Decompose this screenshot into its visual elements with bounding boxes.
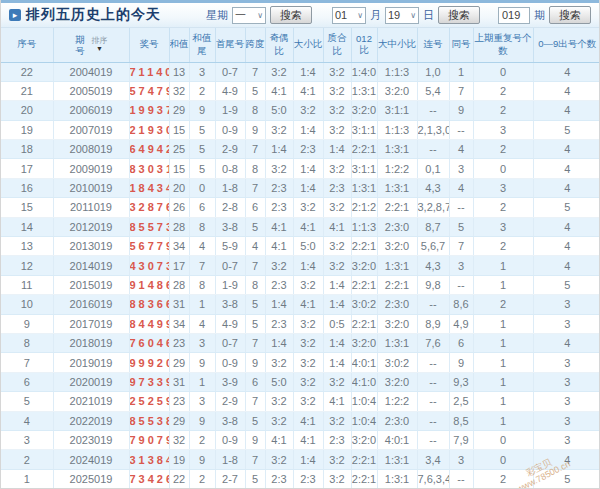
chevron-down-icon: ∨ (410, 11, 416, 20)
cell-serial-number: 2 (1, 450, 53, 469)
col-sum-tail: 和值尾 (189, 28, 215, 62)
cell-big-mid-small-ratio: 3:1:1 (377, 101, 417, 120)
cell-sum-tail: 1 (189, 295, 215, 314)
cell-big-small-ratio: 4:1 (293, 411, 323, 430)
cell-012-ratio: 2:2:1 (351, 140, 377, 159)
cell-sum-tail: 4 (189, 237, 215, 256)
cell-sum-tail: 3 (189, 62, 215, 81)
cell-span: 9 (245, 353, 265, 372)
cell-winning-number: 97339 (129, 372, 169, 391)
cell-sum-tail: 5 (189, 159, 215, 178)
cell-same-numbers: 3 (449, 256, 473, 275)
cell-period-number: 2020019 (53, 372, 129, 391)
cell-serial-number: 18 (1, 140, 53, 159)
sort-down-icon: ▼ (92, 45, 108, 53)
cell-sum: 20 (169, 178, 189, 197)
cell-winning-number: 83031 (129, 159, 169, 178)
sort-control[interactable]: 排序 ▼ (92, 37, 108, 53)
week-select[interactable]: 一 ∨ (232, 7, 266, 24)
table-row: 82018019760462330-771:43:21:43:2:01:3:17… (1, 333, 600, 352)
cell-min-max: 2-9 (215, 392, 245, 411)
table-row: 12025019734262222-752:32:33:22:2:11:3:17… (1, 469, 600, 488)
cell-serial-number: 22 (1, 62, 53, 81)
cell-min-max: 1-9 (215, 101, 245, 120)
cell-consecutive-numbers: -- (417, 392, 449, 411)
col-digit-count: 0—9出号个数 (533, 28, 600, 62)
week-search-button[interactable]: 搜索 (270, 6, 312, 24)
cell-prime-composite-ratio: 3:2 (323, 237, 351, 256)
cell-min-max: 3-8 (215, 217, 245, 236)
cell-sum-tail: 3 (189, 333, 215, 352)
cell-span: 7 (245, 450, 265, 469)
cell-odd-even-ratio: 3:2 (265, 450, 293, 469)
cell-span: 7 (245, 62, 265, 81)
cell-period-number: 2012019 (53, 217, 129, 236)
cell-prime-composite-ratio: 3:2 (323, 81, 351, 100)
cell-prime-composite-ratio: 3:2 (323, 450, 351, 469)
month-label: 月 (370, 8, 381, 23)
cell-same-numbers: 8,6 (449, 295, 473, 314)
cell-min-max: 3-8 (215, 295, 245, 314)
cell-digit-count: 4 (533, 450, 600, 469)
cell-min-max: 2-7 (215, 469, 245, 488)
cell-repeat-count: 1 (473, 411, 533, 430)
cell-odd-even-ratio: 3:2 (265, 62, 293, 81)
cell-repeat-count: 1 (473, 314, 533, 333)
cell-serial-number: 5 (1, 392, 53, 411)
cell-digit-count: 3 (533, 372, 600, 391)
cell-span: 7 (245, 392, 265, 411)
issue-search-button[interactable]: 搜索 (549, 6, 591, 24)
cell-big-mid-small-ratio: 1:2:2 (377, 159, 417, 178)
cell-012-ratio: 4:0:1 (351, 353, 377, 372)
cell-sum-tail: 9 (189, 353, 215, 372)
cell-012-ratio: 1:0:4 (351, 392, 377, 411)
cell-consecutive-numbers: -- (417, 372, 449, 391)
cell-min-max: 0-7 (215, 62, 245, 81)
cell-span: 8 (245, 101, 265, 120)
cell-serial-number: 9 (1, 314, 53, 333)
cell-repeat-count: 1 (473, 256, 533, 275)
cell-serial-number: 19 (1, 120, 53, 139)
cell-span: 8 (245, 275, 265, 294)
cell-serial-number: 20 (1, 101, 53, 120)
cell-sum-tail: 8 (189, 217, 215, 236)
table-row: 132013019567793445-944:15:03:22:2:13:2:0… (1, 237, 600, 256)
table-row: 202006019199372991-985:03:23:23:2:03:1:1… (1, 101, 600, 120)
cell-winning-number: 32876 (129, 198, 169, 217)
cell-same-numbers: 2,5 (449, 392, 473, 411)
cell-big-small-ratio: 3:2 (293, 314, 323, 333)
cell-big-mid-small-ratio: 1:3:1 (377, 450, 417, 469)
cell-period-number: 2010019 (53, 178, 129, 197)
cell-big-small-ratio: 1:4 (293, 159, 323, 178)
cell-min-max: 4-9 (215, 314, 245, 333)
cell-period-number: 2024019 (53, 450, 129, 469)
cell-big-small-ratio: 3:2 (293, 392, 323, 411)
week-select-value: 一 (235, 8, 246, 23)
day-select[interactable]: 19 ∨ (385, 7, 419, 24)
date-search-button[interactable]: 搜索 (438, 6, 480, 24)
cell-min-max: 2-9 (215, 140, 245, 159)
col-min-max: 首尾号 (215, 28, 245, 62)
col-same-numbers: 同号 (449, 28, 473, 62)
cell-big-mid-small-ratio: 1:1:3 (377, 120, 417, 139)
cell-consecutive-numbers: -- (417, 411, 449, 430)
cell-big-small-ratio: 3:2 (293, 372, 323, 391)
cell-span: 7 (245, 140, 265, 159)
table-row: 182008019649422552-971:42:31:42:2:11:3:1… (1, 140, 600, 159)
cell-min-max: 0-8 (215, 159, 245, 178)
issue-input[interactable] (498, 7, 530, 24)
cell-winning-number: 79079 (129, 430, 169, 449)
month-select[interactable]: 01 ∨ (332, 7, 366, 24)
cell-repeat-count: 3 (473, 178, 533, 197)
cell-min-max: 1-8 (215, 450, 245, 469)
cell-big-mid-small-ratio: 3:2:0 (377, 237, 417, 256)
cell-big-mid-small-ratio: 1:3:1 (377, 140, 417, 159)
cell-sum: 15 (169, 120, 189, 139)
cell-span: 7 (245, 178, 265, 197)
cell-012-ratio: 2:1:2 (351, 198, 377, 217)
cell-prime-composite-ratio: 1:4 (323, 140, 351, 159)
col-span: 跨度 (245, 28, 265, 62)
cell-winning-number: 85573 (129, 217, 169, 236)
cell-consecutive-numbers: 5,6,7 (417, 237, 449, 256)
cell-repeat-count: 1 (473, 392, 533, 411)
